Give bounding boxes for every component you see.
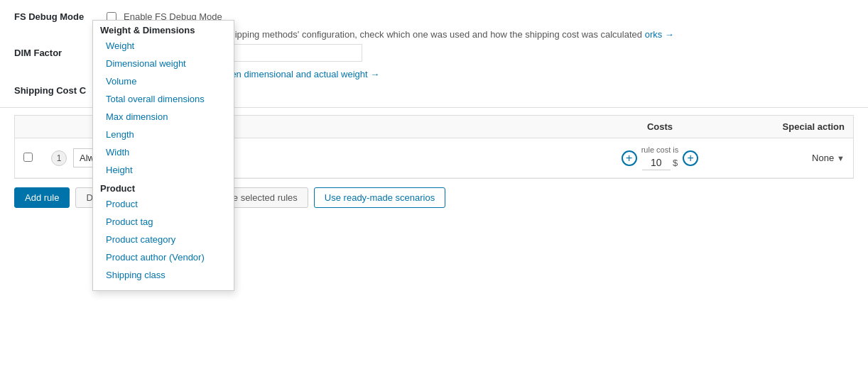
th-spacer bbox=[201, 121, 589, 132]
dropdown-section-user: User bbox=[93, 284, 234, 290]
row-number: 1 bbox=[45, 150, 73, 166]
dropdown-section-product: Product bbox=[93, 179, 234, 195]
th-special: Special action bbox=[731, 121, 845, 132]
dropdown-section-weight: Weight & Dimensions bbox=[93, 21, 234, 37]
dropdown-item-height[interactable]: Height bbox=[93, 161, 234, 179]
fs-debug-label: FS Debug Mode bbox=[14, 11, 99, 22]
cost-block: rule cost is $ bbox=[641, 145, 679, 170]
none-value: None bbox=[812, 153, 834, 163]
dropdown-item-dimensional-weight[interactable]: Dimensional weight bbox=[93, 55, 234, 72]
dropdown-item-length[interactable]: Length bbox=[93, 126, 234, 143]
dropdown-item-product[interactable]: Product bbox=[93, 195, 234, 213]
dropdown-item-width[interactable]: Width bbox=[93, 143, 234, 161]
dropdown-overlay: Weight & Dimensions Weight Dimensional w… bbox=[92, 20, 234, 291]
row-checkbox-area bbox=[23, 153, 45, 164]
cost-input-row: $ bbox=[642, 155, 678, 170]
row-checkbox[interactable] bbox=[23, 153, 33, 162]
add-cost-btn-right[interactable]: + bbox=[683, 150, 698, 166]
dropdown-item-max-dimension[interactable]: Max dimension bbox=[93, 108, 234, 126]
dropdown-item-shipping-class[interactable]: Shipping class bbox=[93, 266, 234, 284]
shipping-cost-label: Shipping Cost C bbox=[14, 85, 99, 96]
currency-symbol: $ bbox=[673, 158, 678, 168]
cost-input[interactable] bbox=[642, 155, 671, 170]
dim-factor-label: DIM Factor bbox=[14, 48, 99, 58]
use-ready-scenarios-button[interactable]: Use ready-made scenarios bbox=[314, 187, 445, 208]
add-cost-btn-left[interactable]: + bbox=[622, 150, 637, 166]
dropdown-item-volume[interactable]: Volume bbox=[93, 72, 234, 90]
dropdown-item-product-author[interactable]: Product author (Vendor) bbox=[93, 248, 234, 266]
add-rule-button[interactable]: Add rule bbox=[14, 187, 70, 208]
none-dropdown[interactable]: None ▼ bbox=[812, 153, 845, 163]
dropdown-item-product-category[interactable]: Product category bbox=[93, 231, 234, 248]
row-costs: + rule cost is $ + bbox=[589, 145, 731, 170]
row-special: None ▼ bbox=[731, 153, 845, 163]
dropdown-item-total-dimensions[interactable]: Total overall dimensions bbox=[93, 90, 234, 108]
th-num bbox=[45, 121, 73, 132]
dropdown-scroll-area[interactable]: Weight & Dimensions Weight Dimensional w… bbox=[93, 21, 234, 290]
fs-debug-link[interactable]: orks → bbox=[645, 29, 674, 40]
th-costs: Costs bbox=[589, 121, 731, 132]
dropdown-item-weight[interactable]: Weight bbox=[93, 37, 234, 55]
dropdown-item-product-tag[interactable]: Product tag bbox=[93, 213, 234, 231]
row-num-badge: 1 bbox=[51, 150, 67, 166]
page-wrapper: FS Debug Mode Enable FS Debug Mode FS de… bbox=[0, 0, 868, 391]
rule-cost-label: rule cost is bbox=[641, 145, 679, 154]
th-check bbox=[23, 121, 45, 132]
none-dropdown-arrow-icon: ▼ bbox=[837, 154, 845, 163]
